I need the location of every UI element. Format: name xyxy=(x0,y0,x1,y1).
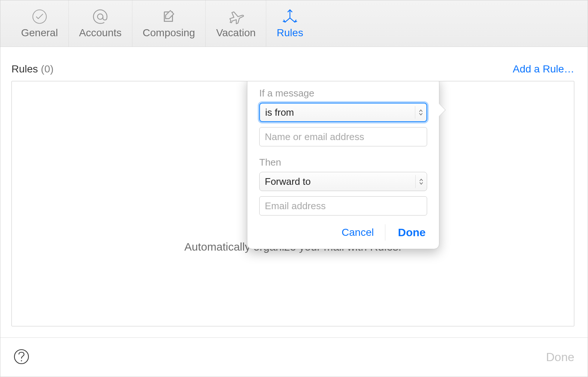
condition-value-input[interactable] xyxy=(259,127,427,146)
action-label: Then xyxy=(259,157,427,168)
add-rule-link[interactable]: Add a Rule… xyxy=(513,63,574,75)
footer: Done xyxy=(0,337,588,377)
compose-icon xyxy=(161,9,177,25)
done-button[interactable]: Done xyxy=(398,226,427,239)
svg-point-1 xyxy=(98,14,103,19)
at-icon xyxy=(92,9,108,25)
action-target-input[interactable] xyxy=(259,196,427,215)
checkmark-icon xyxy=(31,9,48,25)
action-select[interactable]: Forward to xyxy=(259,172,427,191)
rules-list-box: Automatically organize your mail with Ru… xyxy=(11,81,574,326)
toolbar-item-accounts[interactable]: Accounts xyxy=(68,0,132,47)
svg-point-3 xyxy=(14,350,28,364)
toolbar-item-label: Vacation xyxy=(216,27,256,39)
toolbar-item-general[interactable]: General xyxy=(11,0,68,47)
condition-value: is from xyxy=(265,107,294,118)
rules-header: Rules (0) Add a Rule… xyxy=(11,63,574,75)
rules-count: (0) xyxy=(41,63,54,75)
condition-select[interactable]: is from xyxy=(259,103,427,122)
toolbar-item-vacation[interactable]: Vacation xyxy=(205,0,266,47)
toolbar-item-label: General xyxy=(21,27,58,39)
toolbar-item-label: Rules xyxy=(277,27,303,39)
chevron-up-down-icon xyxy=(415,175,423,188)
svg-point-4 xyxy=(21,360,22,361)
help-icon[interactable] xyxy=(14,349,29,366)
svg-point-0 xyxy=(33,10,46,23)
preferences-toolbar: General Accounts Composing Vacat xyxy=(0,0,588,47)
cancel-button[interactable]: Cancel xyxy=(342,224,385,241)
condition-label: If a message xyxy=(259,88,427,99)
chevron-up-down-icon xyxy=(415,106,423,119)
toolbar-item-label: Accounts xyxy=(79,27,122,39)
plane-icon xyxy=(228,9,244,25)
footer-done-button[interactable]: Done xyxy=(546,350,575,364)
rules-icon xyxy=(282,9,298,25)
action-value: Forward to xyxy=(265,176,311,187)
rule-editor-popover: If a message is from Then Forward to xyxy=(247,81,439,249)
toolbar-item-composing[interactable]: Composing xyxy=(132,0,206,47)
toolbar-item-label: Composing xyxy=(143,27,195,39)
toolbar-item-rules[interactable]: Rules xyxy=(266,0,314,47)
rules-panel: Rules (0) Add a Rule… Automatically orga… xyxy=(0,47,588,337)
rules-title: Rules xyxy=(11,63,38,75)
popover-actions: Cancel Done xyxy=(259,224,427,241)
